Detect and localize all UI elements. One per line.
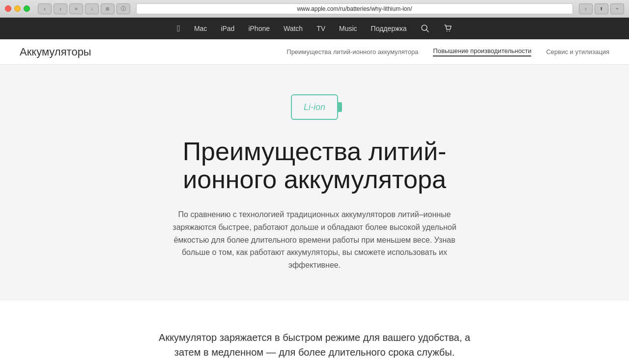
- apple-logo[interactable]: : [170, 18, 187, 39]
- url-text: www.apple.com/ru/batteries/why-lithium-i…: [297, 5, 412, 12]
- forward-button[interactable]: ›: [54, 3, 67, 14]
- sub-nav-link-advantages[interactable]: Преимущества литий-ионного аккумулятора: [286, 48, 418, 56]
- upload-button[interactable]: ↑: [579, 3, 593, 14]
- sidebar-toggle-button[interactable]: +: [610, 3, 624, 14]
- sub-nav-title: Аккумуляторы: [20, 46, 91, 58]
- close-button[interactable]: [5, 5, 11, 12]
- sub-navbar: Аккумуляторы Преимущества литий-ионного …: [0, 39, 629, 65]
- second-section-text: Аккумулятор заряжается в быстром режиме …: [157, 330, 472, 360]
- svg-line-1: [426, 30, 429, 32]
- browser-extra-controls: ↑ ⬆ +: [579, 3, 624, 14]
- url-bar[interactable]: www.apple.com/ru/batteries/why-lithium-i…: [136, 3, 573, 14]
- nav-item-ipad[interactable]: iPad: [214, 18, 241, 39]
- nav-item-mac[interactable]: Mac: [187, 18, 214, 39]
- hero-section: Li-ion Преимущества литий-ионного аккуму…: [0, 65, 629, 301]
- browser-titlebar: ‹ › ≡ ↓ ⊞ ⓘ www.apple.com/ru/batteries/w…: [0, 0, 629, 18]
- hero-heading: Преимущества литий-ионного аккумулятора: [143, 138, 486, 194]
- sub-nav-link-performance[interactable]: Повышение производительности: [433, 47, 531, 56]
- maximize-button[interactable]: [24, 5, 30, 12]
- info-button[interactable]: ⓘ: [116, 3, 130, 14]
- reader-button[interactable]: ≡: [69, 3, 83, 14]
- tab-button[interactable]: ⊞: [101, 3, 114, 14]
- search-icon[interactable]: [414, 18, 436, 39]
- nav-item-iphone[interactable]: iPhone: [241, 18, 277, 39]
- sub-nav-link-service[interactable]: Сервис и утилизация: [546, 48, 609, 56]
- battery-body: Li-ion: [291, 94, 338, 120]
- second-section: Аккумулятор заряжается в быстром режиме …: [0, 301, 629, 364]
- browser-nav-controls: ‹ › ≡ ↓ ⊞ ⓘ: [38, 3, 130, 14]
- download-button[interactable]: ↓: [85, 3, 99, 14]
- battery-tip: [338, 102, 342, 112]
- apple-navbar:  Mac iPad iPhone Watch TV Music Поддерж…: [0, 18, 629, 39]
- cart-icon[interactable]: [436, 18, 459, 39]
- nav-item-support[interactable]: Поддержка: [364, 18, 414, 39]
- sub-nav-links: Преимущества литий-ионного аккумулятора …: [286, 47, 609, 56]
- svg-point-3: [449, 31, 450, 32]
- share-button[interactable]: ⬆: [595, 3, 608, 14]
- minimize-button[interactable]: [14, 5, 21, 12]
- browser-window: ‹ › ≡ ↓ ⊞ ⓘ www.apple.com/ru/batteries/w…: [0, 0, 629, 364]
- battery-label: Li-ion: [304, 102, 325, 112]
- nav-item-watch[interactable]: Watch: [277, 18, 310, 39]
- main-content: Li-ion Преимущества литий-ионного аккуму…: [0, 65, 629, 364]
- hero-description: По сравнению с технологией традиционных …: [162, 208, 467, 271]
- browser-window-controls: [5, 5, 30, 12]
- back-button[interactable]: ‹: [38, 3, 52, 14]
- nav-item-music[interactable]: Music: [332, 18, 364, 39]
- nav-item-tv[interactable]: TV: [310, 18, 332, 39]
- svg-point-2: [446, 31, 447, 32]
- battery-icon: Li-ion: [291, 94, 338, 120]
